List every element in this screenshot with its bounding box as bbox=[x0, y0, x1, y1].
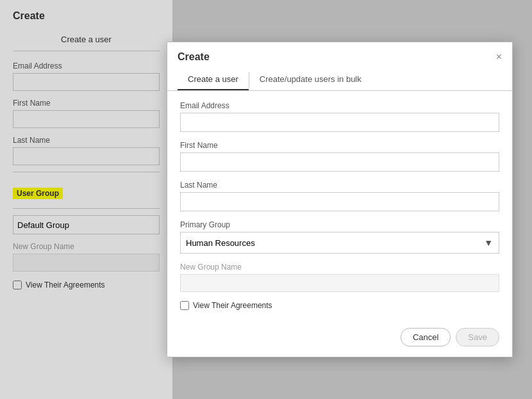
modal-close-button[interactable]: × bbox=[496, 52, 502, 62]
modal-email-input[interactable] bbox=[180, 113, 499, 132]
modal-tabs: Create a user Create/update users in bul… bbox=[167, 69, 512, 91]
save-button[interactable]: Save bbox=[456, 328, 499, 346]
tab-bulk-create[interactable]: Create/update users in bulk bbox=[249, 69, 372, 90]
modal-body: Email Address First Name Last Name Prima… bbox=[167, 91, 512, 320]
tab-create-user[interactable]: Create a user bbox=[178, 69, 249, 90]
modal-overlay: Create × Create a user Create/update use… bbox=[0, 0, 532, 399]
modal-title: Create bbox=[178, 51, 210, 63]
modal-new-group-label: New Group Name bbox=[180, 263, 499, 272]
cancel-button[interactable]: Cancel bbox=[401, 328, 451, 346]
modal-primary-group-select[interactable]: Default Group Human Resources Finance En… bbox=[180, 232, 499, 254]
modal-first-name-input[interactable] bbox=[180, 152, 499, 172]
modal-checkbox-row: View Their Agreements bbox=[180, 301, 499, 310]
modal: Create × Create a user Create/update use… bbox=[167, 42, 513, 357]
modal-primary-group-wrapper: Default Group Human Resources Finance En… bbox=[180, 232, 499, 254]
modal-view-agreements-checkbox[interactable] bbox=[180, 301, 189, 310]
modal-email-label: Email Address bbox=[180, 101, 499, 110]
modal-header: Create × bbox=[167, 42, 512, 63]
modal-new-group-input[interactable] bbox=[180, 274, 499, 292]
modal-first-name-label: First Name bbox=[180, 141, 499, 150]
modal-last-name-label: Last Name bbox=[180, 181, 499, 190]
modal-last-name-input[interactable] bbox=[180, 192, 499, 211]
modal-view-agreements-label: View Their Agreements bbox=[193, 301, 272, 310]
modal-footer: Cancel Save bbox=[167, 320, 512, 357]
modal-primary-group-label: Primary Group bbox=[180, 220, 499, 229]
